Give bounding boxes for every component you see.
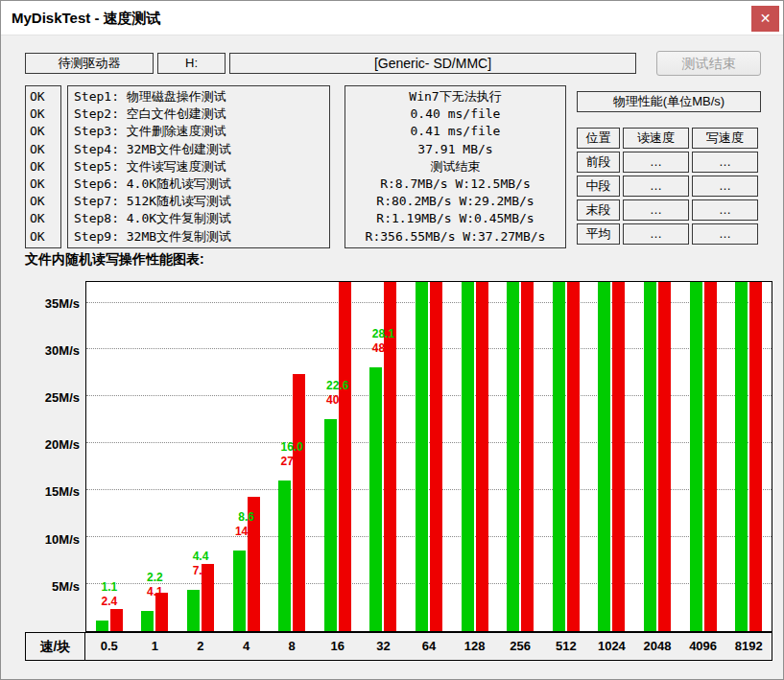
perf-cell: 平均 (577, 223, 620, 245)
read-bar (233, 551, 246, 631)
performance-table: 位置读速度写速度前段……中段……末段……平均…… (577, 128, 758, 245)
perf-cell: … (692, 176, 758, 197)
x-axis-tick-label: 2048 (634, 633, 680, 660)
write-bar (155, 593, 168, 631)
x-axis-tick-label: 64 (406, 633, 452, 660)
results-panel: Win7下无法执行0.40 ms/file0.41 ms/file37.91 M… (344, 85, 566, 248)
step-line: Step1: 物理磁盘操作测试 (74, 88, 323, 106)
y-axis-tick-label: 15M/s (45, 484, 80, 499)
read-bar (644, 282, 656, 631)
read-bar (141, 611, 154, 632)
write-bar (110, 609, 123, 631)
perf-cell: 末段 (577, 199, 620, 221)
result-line: 0.41 ms/file (345, 123, 565, 140)
x-axis-tick-label: 2 (178, 633, 224, 660)
x-axis-tick-label: 512 (543, 633, 589, 660)
y-axis-tick-label: 25M/s (45, 390, 80, 405)
x-axis-tick-label: 256 (497, 633, 543, 660)
y-axis-tick-label: 35M/s (45, 296, 80, 311)
bar-group (543, 282, 589, 631)
status-ok: OK (30, 228, 57, 246)
x-axis-label: 速/块 (26, 633, 85, 660)
write-bar (612, 282, 625, 631)
read-bar (553, 282, 565, 631)
step-line: Step6: 4.0K随机读写测试 (74, 176, 323, 193)
result-line: 测试结束 (345, 158, 565, 176)
step-line: Step3: 文件删除速度测试 (74, 123, 323, 140)
step-line: Step9: 32MB文件复制测试 (74, 228, 323, 246)
perf-cell: … (623, 176, 689, 197)
bar-group (725, 282, 772, 631)
status-ok: OK (30, 158, 57, 176)
read-value-label: 8.6 (216, 510, 277, 524)
bar-group (680, 282, 726, 631)
read-bar (369, 367, 382, 631)
bar-group: 16.027.4 (269, 282, 315, 631)
step-line: Step5: 文件读写速度测试 (74, 158, 323, 176)
x-axis-tick-label: 1 (132, 633, 178, 660)
title-bar: MyDiskTest - 速度测试 ✕ (1, 1, 783, 35)
read-bar (507, 282, 519, 631)
write-bar (293, 374, 305, 631)
x-axis-tick-label: 128 (452, 633, 498, 660)
x-axis-tick-label: 8 (269, 633, 315, 660)
perf-header-cell: 写速度 (692, 128, 758, 149)
x-axis-tick-label: 1024 (589, 633, 635, 660)
bar-group: 2.24.1 (132, 282, 178, 631)
write-value-label: 27.4 (261, 455, 322, 468)
result-line: R:356.55MB/s W:37.27MB/s (345, 228, 565, 246)
device-name: [Generic- SD/MMC] (229, 53, 636, 74)
perf-cell: … (623, 223, 689, 245)
x-axis-tick-label: 4096 (680, 633, 726, 660)
write-bar (749, 282, 762, 631)
perf-header-cell: 读速度 (623, 128, 689, 149)
write-bar (704, 282, 717, 631)
read-bar (187, 590, 200, 631)
performance-title: 物理性能(单位MB/s) (577, 91, 761, 112)
status-ok: OK (30, 193, 57, 210)
result-line: R:8.7MB/s W:12.5MB/s (345, 176, 565, 193)
result-line: 37.91 MB/s (345, 141, 565, 158)
read-bar (416, 282, 428, 631)
write-bar (339, 282, 351, 631)
y-axis-tick-label: 30M/s (45, 343, 80, 358)
x-axis-tick-label: 32 (361, 633, 407, 660)
perf-cell: … (692, 199, 758, 221)
write-value-label: 4.1 (125, 585, 186, 598)
chart-x-ticks: 0.512481632641282565121024204840968192 (86, 633, 772, 660)
read-bar (324, 419, 337, 631)
close-button[interactable]: ✕ (751, 6, 779, 32)
status-ok: OK (30, 210, 57, 227)
write-value-label: 7.2 (170, 564, 231, 577)
x-axis-tick-label: 4 (224, 633, 270, 660)
x-axis-tick-label: 16 (315, 633, 361, 660)
read-bar (690, 282, 702, 631)
bar-group (452, 282, 498, 631)
bar-group (589, 282, 635, 631)
y-axis-tick-label: 5M/s (52, 579, 80, 594)
write-bar (521, 282, 534, 631)
performance-chart-plot: 1.12.42.24.14.47.28.614.316.027.422.640.… (85, 281, 772, 632)
read-value-label: 28.1 (353, 327, 415, 340)
bar-group (406, 282, 452, 631)
result-line: Win7下无法执行 (345, 88, 565, 106)
write-bar (430, 282, 442, 631)
result-line: R:1.19MB/s W:0.45MB/s (345, 210, 565, 227)
drive-letter: H: (157, 53, 226, 74)
write-bar (567, 282, 580, 631)
step-line: Step7: 512K随机读写测试 (74, 193, 323, 210)
bar-group: 4.47.2 (178, 282, 224, 631)
read-value-label: 4.4 (170, 550, 231, 563)
perf-header-cell: 位置 (577, 128, 620, 149)
perf-cell: 前段 (577, 152, 620, 173)
perf-cell: … (623, 152, 689, 173)
window-content: 待测驱动器 H: [Generic- SD/MMC] 测试结束 OKOKOKOK… (1, 36, 784, 680)
chart-x-axis: 速/块 0.5124816326412825651210242048409681… (25, 632, 772, 661)
chart-section-label: 文件内随机读写操作性能图表: (25, 251, 204, 269)
perf-cell: … (623, 199, 689, 221)
chart-y-axis: 5M/s10M/s15M/s20M/s25M/s30M/s35M/s (14, 281, 80, 632)
read-bar (598, 282, 610, 631)
status-ok: OK (30, 106, 57, 123)
steps-list: Step1: 物理磁盘操作测试Step2: 空白文件创建测试Step3: 文件删… (67, 85, 330, 248)
test-finish-button[interactable]: 测试结束 (656, 51, 761, 76)
